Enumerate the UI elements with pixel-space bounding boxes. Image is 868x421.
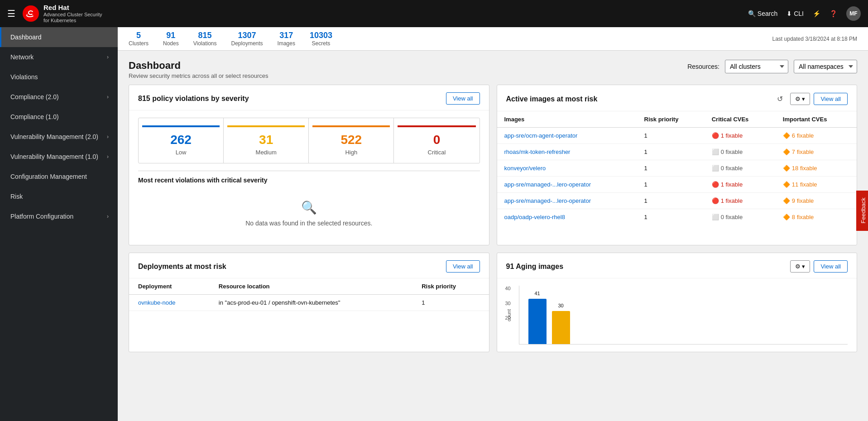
low-count: 262 [142, 133, 220, 147]
stat-nodes[interactable]: 91 Nodes [163, 31, 179, 47]
search-action[interactable]: 🔍 Search [748, 10, 777, 17]
sidebar: Dashboard Network › Violations Complianc… [0, 27, 118, 421]
chevron-right-icon: › [107, 54, 109, 60]
critical-bar [398, 125, 475, 127]
col-risk-priority: Risk priority [637, 111, 705, 128]
medium-bar [227, 125, 305, 127]
aging-chart-container: count 40 30 20 41 [497, 278, 857, 352]
severity-critical: 0 Critical [394, 118, 479, 163]
high-count: 522 [312, 133, 390, 147]
layout: Dashboard Network › Violations Complianc… [0, 27, 868, 421]
bar-2: 30 [552, 311, 570, 344]
table-row: konveyor/velero 1 ⬜0 fixable 🔶18 fixable [497, 160, 857, 177]
col-risk: Risk priority [412, 278, 489, 295]
sidebar-item-network[interactable]: Network › [0, 47, 118, 67]
sidebar-item-risk[interactable]: Risk [0, 187, 118, 206]
policy-violations-view-all[interactable]: View all [446, 92, 480, 105]
sidebar-item-vuln-1[interactable]: Vulnerability Management (1.0) › [0, 147, 118, 167]
avatar[interactable]: MF [846, 6, 861, 21]
last-updated: Last updated 3/18/2024 at 8:18 PM [772, 36, 857, 42]
bar-fill-2 [552, 311, 570, 344]
activity-icon[interactable]: ⚡ [813, 10, 820, 17]
stat-violations[interactable]: 815 Violations [193, 31, 217, 47]
aging-images-header: 91 Aging images ⚙ ▾ View all [497, 253, 857, 278]
stat-secrets[interactable]: 10303 Secrets [310, 31, 332, 47]
deployments-risk-view-all[interactable]: View all [446, 260, 480, 273]
bar-fill-1 [528, 299, 547, 344]
severity-high: 522 High [309, 118, 394, 163]
settings-button[interactable]: ⚙ ▾ [790, 93, 810, 105]
dashboard-title-group: Dashboard Review security metrics across… [129, 60, 268, 79]
table-row: app-sre/ocm-agent-operator 1 🔴1 fixable … [497, 128, 857, 144]
image-link[interactable]: konveyor/velero [504, 165, 546, 172]
aging-images-view-all[interactable]: View all [814, 260, 848, 273]
recent-violations-section: Most recent violations with critical sev… [129, 171, 489, 245]
sidebar-item-platform-config[interactable]: Platform Configuration › [0, 206, 118, 226]
active-images-actions: ↺ ⚙ ▾ View all [773, 92, 848, 105]
chevron-right-icon-4: › [107, 153, 109, 160]
no-data-message: 🔍 No data was found in the selected reso… [138, 191, 480, 236]
redhat-logo [23, 5, 39, 22]
policy-violations-header: 815 policy violations by severity View a… [129, 85, 489, 110]
stat-clusters[interactable]: 5 Clusters [129, 31, 149, 47]
col-critical-cves: Critical CVEs [705, 111, 776, 128]
topnav-right: 🔍 Search ⬇ CLI ⚡ ❓ MF [748, 6, 861, 21]
dashboard-header: Dashboard Review security metrics across… [118, 51, 868, 85]
hamburger-menu[interactable]: ☰ [7, 8, 15, 19]
table-row: app-sre/managed-...lero-operator 1 🔴1 fi… [497, 193, 857, 209]
search-icon: 🔍 [748, 10, 756, 17]
col-important-cves: Important CVEs [776, 111, 857, 128]
sidebar-item-compliance-1[interactable]: Compliance (1.0) [0, 107, 118, 127]
deployments-risk-title: Deployments at most risk [138, 263, 226, 271]
main-content: 5 Clusters 91 Nodes 815 Violations 1307 … [118, 27, 868, 421]
image-link[interactable]: rhoas/mk-token-refresher [504, 148, 571, 155]
stat-deployments[interactable]: 1307 Deployments [231, 31, 263, 47]
chevron-right-icon-5: › [107, 213, 109, 220]
sidebar-item-compliance-2[interactable]: Compliance (2.0) › [0, 87, 118, 107]
image-link[interactable]: oadp/oadp-velero-rhel8 [504, 214, 565, 220]
refresh-button[interactable]: ↺ [773, 92, 786, 105]
brand-main: Red Hat [43, 4, 102, 12]
image-link[interactable]: app-sre/managed-...lero-operator [504, 197, 591, 204]
col-deployment: Deployment [129, 278, 210, 295]
recent-violations-title: Most recent violations with critical sev… [138, 177, 480, 184]
critical-label: Critical [398, 149, 475, 156]
brand-sub: Advanced Cluster Security for Kubernetes [43, 12, 102, 24]
medium-count: 31 [227, 133, 305, 147]
resources-label: Resources: [687, 63, 719, 70]
low-bar [142, 125, 220, 127]
aging-images-title: 91 Aging images [506, 263, 564, 271]
clusters-filter-select[interactable]: All clusters [725, 60, 788, 73]
medium-label: Medium [227, 149, 305, 156]
deployments-risk-header: Deployments at most risk View all [129, 253, 489, 278]
col-images: Images [497, 111, 637, 128]
stat-images[interactable]: 317 Images [278, 31, 295, 47]
table-row: oadp/oadp-velero-rhel8 1 ⬜0 fixable 🔶8 f… [497, 209, 857, 225]
policy-violations-card: 815 policy violations by severity View a… [129, 85, 489, 245]
high-bar [312, 125, 390, 127]
sidebar-item-violations[interactable]: Violations [0, 67, 118, 87]
stats-bar: 5 Clusters 91 Nodes 815 Violations 1307 … [118, 27, 868, 51]
sidebar-item-vuln-2[interactable]: Vulnerability Management (2.0) › [0, 127, 118, 147]
help-icon[interactable]: ❓ [830, 10, 837, 17]
sidebar-item-dashboard[interactable]: Dashboard [0, 27, 118, 47]
namespaces-filter-select[interactable]: All namespaces [794, 60, 857, 73]
high-label: High [312, 149, 390, 156]
image-link[interactable]: app-sre/managed-...lero-operator [504, 181, 591, 188]
images-table: Images Risk priority Critical CVEs Impor… [497, 111, 857, 225]
aging-images-actions: ⚙ ▾ View all [790, 260, 848, 273]
no-data-icon: 🔍 [301, 200, 317, 215]
deployment-link[interactable]: ovnkube-node [138, 299, 175, 306]
page-title: Dashboard [129, 60, 268, 72]
aging-chart-wrapper: count 40 30 20 41 [506, 286, 848, 344]
active-images-view-all[interactable]: View all [814, 93, 848, 105]
aging-settings-button[interactable]: ⚙ ▾ [790, 260, 810, 273]
sidebar-item-config-mgmt[interactable]: Configuration Management [0, 167, 118, 187]
active-images-card: Active images at most risk ↺ ⚙ ▾ View al… [497, 85, 858, 245]
cli-action[interactable]: ⬇ CLI [786, 10, 804, 17]
table-row: app-sre/managed-...lero-operator 1 🔴1 fi… [497, 177, 857, 193]
severity-low: 262 Low [139, 118, 224, 163]
image-link[interactable]: app-sre/ocm-agent-operator [504, 132, 578, 139]
topnav: ☰ Red Hat Advanced Cluster Security for … [0, 0, 868, 27]
feedback-button[interactable]: Feedback [856, 190, 868, 230]
